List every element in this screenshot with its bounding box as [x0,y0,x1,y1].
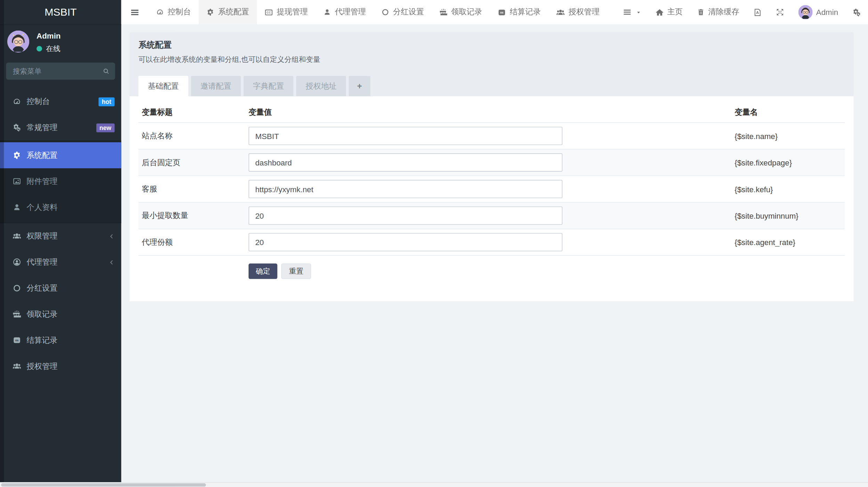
users-icon [11,232,22,240]
sidebar-item-settlement-records[interactable]: 结算记录 [0,327,121,353]
table-row: 站点名称 {$site.name} [138,123,845,149]
brand-title[interactable]: MSBIT [0,0,121,25]
search-input[interactable] [11,66,102,76]
online-dot-icon [36,46,42,51]
sidebar-item-license[interactable]: 授权管理 [0,353,121,379]
cc-icon [265,8,273,16]
new-badge: new [96,123,114,132]
nav-home[interactable]: 主页 [648,0,690,24]
user-name: Admin [36,32,60,40]
submenu-general: 系统配置 附件管理 个人资料 [0,140,121,223]
nav-item-system-config[interactable]: 系统配置 [199,0,257,24]
user-panel: Admin 在线 [0,25,121,60]
scrollbar-thumb[interactable] [1,483,206,487]
trash-icon [697,8,705,16]
row-label: 代理份额 [138,237,249,247]
nav-clear-cache[interactable]: 清除缓存 [690,0,746,24]
circle-icon [11,284,22,292]
avatar [798,5,813,19]
tab-basic-config[interactable]: 基础配置 [138,76,188,96]
nav-item-dividend[interactable]: 分红设置 [374,0,432,24]
tachometer-icon [156,8,164,16]
search-icon[interactable] [103,67,110,75]
horizontal-scrollbar [0,482,868,487]
agent-rate-input[interactable] [249,233,562,251]
tab-license-address[interactable]: 授权地址 [296,76,346,96]
sidebar-item-dividend[interactable]: 分红设置 [0,275,121,301]
cogs-icon [852,8,861,16]
page-title: 系统配置 [138,40,845,50]
chevron-left-icon [108,259,115,265]
row-varname: {$site.buyminnum} [735,211,845,220]
row-varname: {$site.name} [735,131,845,140]
users-icon [11,362,22,370]
submit-button[interactable]: 确定 [249,263,277,279]
nav-admin[interactable]: Admin [791,0,845,24]
fixed-page-input[interactable] [249,153,562,172]
menu-search [6,63,115,80]
sidebar-item-agents[interactable]: 代理管理 [0,249,121,275]
user-icon [11,203,22,211]
users-icon [556,8,565,16]
app-window: MSBIT Admin 在线 控制台 hot 常规管理 [0,0,868,487]
col-header-value: 变量值 [249,107,735,117]
caret-down-icon [636,10,641,15]
nav-list-dropdown[interactable] [616,0,648,24]
sidebar-item-general[interactable]: 常规管理 new [0,115,121,141]
sidebar-item-claim-records[interactable]: 领取记录 [0,301,121,327]
tab-dictionary-config[interactable]: 字典配置 [244,76,293,96]
min-withdraw-input[interactable] [249,206,562,225]
row-label: 客服 [138,184,249,194]
kefu-input[interactable] [249,180,562,198]
table-row: 最小提取数量 {$site.buyminnum} [138,203,845,229]
sidebar-item-dashboard[interactable]: 控制台 hot [0,89,121,115]
row-label: 站点名称 [138,131,249,141]
chevron-left-icon [108,233,115,240]
os-icon [498,8,506,16]
config-tabs: 基础配置 邀请配置 字典配置 授权地址 + [138,76,845,96]
nav-item-claim-records[interactable]: 领取记录 [432,0,490,24]
home-icon [656,8,664,16]
col-header-varname: 变量名 [735,107,845,117]
page-subtitle: 可以在此增改系统的变量和分组,也可以自定义分组和变量 [138,55,845,65]
nav-item-license[interactable]: 授权管理 [549,0,607,24]
sidebar-item-attachments[interactable]: 附件管理 [0,168,121,194]
add-tab-button[interactable]: + [349,76,370,96]
nav-settings[interactable] [845,0,868,24]
user-icon [323,8,331,16]
circle-icon [381,8,389,16]
user-status: 在线 [46,44,60,54]
row-varname: {$site.fixedpage} [735,158,845,167]
gear-icon [11,151,22,160]
sidebar-item-profile[interactable]: 个人资料 [0,194,121,220]
tab-invite-config[interactable]: 邀请配置 [191,76,241,96]
sidebar: MSBIT Admin 在线 控制台 hot 常规管理 [0,0,121,487]
nav-item-withdraw[interactable]: 提现管理 [257,0,316,24]
sidebar-item-system-config[interactable]: 系统配置 [0,142,121,168]
nav-fullscreen[interactable] [769,0,791,24]
table-row: 代理份额 {$site.agent_rate} [138,229,845,255]
nav-item-settlement-records[interactable]: 结算记录 [490,0,549,24]
site-name-input[interactable] [249,127,562,145]
nav-language[interactable] [746,0,769,24]
nav-item-dashboard[interactable]: 控制台 [148,0,199,24]
config-panel: 系统配置 可以在此增改系统的变量和分组,也可以自定义分组和变量 基础配置 邀请配… [130,32,854,301]
table-row: 客服 {$site.kefu} [138,176,845,202]
cake-icon [439,8,447,16]
sidebar-menu: 控制台 hot 常规管理 new 系统配置 附件管理 个人资料 [0,89,121,379]
hamburger-icon[interactable] [121,0,148,24]
reset-button[interactable]: 重置 [281,263,311,279]
table-header: 变量标题 变量值 变量名 [138,102,845,123]
col-header-title: 变量标题 [138,107,249,117]
list-icon [623,8,632,16]
gear-icon [206,8,214,16]
sidebar-item-auth[interactable]: 权限管理 [0,223,121,249]
translate-icon [754,8,762,16]
nav-item-agents[interactable]: 代理管理 [316,0,374,24]
config-table: 变量标题 变量值 变量名 站点名称 {$site.name} 后台固定页 {$s… [130,96,854,301]
row-label: 后台固定页 [138,157,249,168]
tachometer-icon [11,97,22,106]
cogs-icon [11,123,22,132]
avatar[interactable] [7,31,30,53]
expand-icon [776,8,784,16]
